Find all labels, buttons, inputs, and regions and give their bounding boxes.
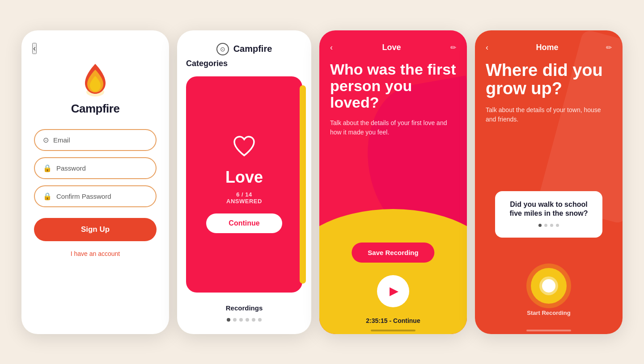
love-title: Love [225,168,263,187]
home-indicator-3 [371,330,415,331]
start-recording-label: Start Recording [527,310,571,316]
screen-categories: ⊙ Campfire Categories Love 6 / 14ANSWERE… [177,30,311,334]
sub-dot-3 [550,224,553,227]
edit-icon-3[interactable]: ✏ [450,43,456,52]
sub-question-text: Did you walk to school five miles in the… [505,200,593,219]
card-strip [300,85,306,284]
play-icon: ▶ [390,284,398,298]
dot-6 [258,318,262,322]
lock-icon: 🔒 [43,164,52,172]
record-dot [542,279,555,293]
email-field[interactable]: ⊙ Email [34,129,157,151]
lock2-icon: 🔒 [43,192,52,201]
play-button[interactable]: ▶ [377,275,409,307]
question-text-3: Who was the first person you loved? [330,61,456,111]
dot-1 [227,318,230,322]
continue-button[interactable]: Continue [206,213,282,233]
heart-icon [233,136,256,163]
categories-label: Categories [186,59,228,68]
love-card: Love 6 / 14ANSWERED Continue [186,76,302,293]
screen2-title: Campfire [233,44,272,54]
flame-icon [81,62,110,97]
screen-signup: ‹ Campfire ⊙ Email 🔒 Password 🔒 Confirm … [21,30,169,334]
timer-text: 2:35:15 - Continue [366,317,420,324]
back-button-3[interactable]: ‹ [330,43,333,52]
carousel-dots [227,318,262,322]
question-desc-3: Talk about the details of your first lov… [330,118,456,137]
back-button-4[interactable]: ‹ [486,43,488,52]
screen3-title: Love [382,43,401,52]
back-button[interactable]: ‹ [32,43,37,54]
sub-dot-1 [538,224,542,227]
screen-home: ‹ Home ✏ Where did you grow up? Talk abo… [475,30,623,334]
recordings-label: Recordings [226,304,263,312]
sub-dot-2 [544,224,547,227]
screen4-header: ‹ Home ✏ [475,30,623,52]
email-label: Email [53,136,70,144]
dot-5 [252,318,255,322]
screen-love-question: ‹ Love ✏ Who was the first person you lo… [319,30,467,334]
love-answered: 6 / 14ANSWERED [226,191,262,205]
dot-3 [239,318,243,322]
sub-dots [505,224,593,227]
screen4-content: Where did you grow up? Talk about the de… [475,52,623,125]
screen3-header: ‹ Love ✏ [319,30,467,52]
sub-question-card: Did you walk to school five miles in the… [495,191,602,238]
screen3-content: Who was the first person you loved? Talk… [319,52,467,146]
user-icon: ⊙ [43,136,49,144]
sub-dot-4 [556,224,559,227]
home-indicator-4 [526,330,571,331]
save-recording-button[interactable]: Save Recording [352,243,434,263]
screen2-header: ⊙ Campfire [216,43,272,55]
yellow-bg [319,209,467,334]
screen4-title: Home [536,43,558,52]
app-title: Campfire [71,102,120,116]
password-field[interactable]: 🔒 Password [34,157,157,179]
question-text-4: Where did you grow up? [486,61,612,99]
record-button[interactable] [531,268,567,304]
confirm-password-field[interactable]: 🔒 Confirm Password [34,185,157,207]
screens-container: ‹ Campfire ⊙ Email 🔒 Password 🔒 Confirm … [21,30,623,334]
dot-2 [233,318,237,322]
have-account-link[interactable]: I have an account [71,250,120,257]
dot-4 [246,318,249,322]
profile-icon[interactable]: ⊙ [216,43,229,55]
question-desc-4: Talk about the details of your town, hou… [486,105,612,124]
signup-button[interactable]: Sign Up [34,218,157,241]
edit-icon-4[interactable]: ✏ [606,43,612,52]
confirm-password-label: Confirm Password [56,192,111,200]
password-label: Password [56,164,86,172]
